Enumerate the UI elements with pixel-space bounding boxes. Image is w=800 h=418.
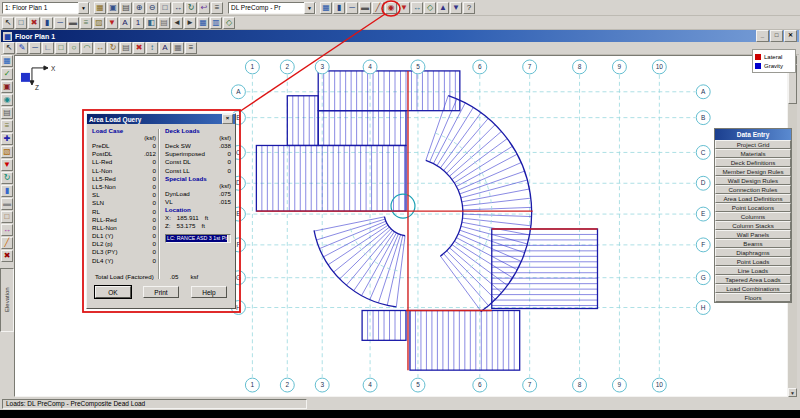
help-icon[interactable]: ? xyxy=(463,2,475,14)
zoom-window-icon[interactable]: □ xyxy=(159,2,171,14)
next-view-icon[interactable]: ► xyxy=(184,17,196,29)
chevron-down-icon[interactable]: ▼ xyxy=(304,2,315,14)
fence-icon[interactable]: □ xyxy=(15,17,27,29)
dialog-close-icon[interactable]: × xyxy=(222,114,233,124)
dialog-title-bar[interactable]: Area Load Query × xyxy=(87,114,235,124)
print-icon[interactable]: ▤ xyxy=(120,2,132,14)
story-up-icon[interactable]: ▲ xyxy=(437,2,449,14)
show-columns-icon[interactable]: ▮ xyxy=(41,17,53,29)
concrete-icon[interactable]: ▬ xyxy=(1,198,13,210)
move-icon[interactable]: ↔ xyxy=(94,42,106,54)
pointer-icon[interactable]: ↖ xyxy=(3,42,15,54)
data-entry-member-design-rules[interactable]: Member Design Rules xyxy=(715,167,791,176)
plan-view-icon[interactable]: ▦ xyxy=(197,17,209,29)
query-area-load-icon[interactable]: ◉ xyxy=(385,2,397,14)
labels-icon[interactable]: A xyxy=(119,17,131,29)
exit-icon[interactable]: ✖ xyxy=(1,250,13,262)
data-entry-area-load-definitions[interactable]: Area Load Definitions xyxy=(715,194,791,203)
data-entry-deck-definitions[interactable]: Deck Definitions xyxy=(715,158,791,167)
zoom-in-icon[interactable]: ⊕ xyxy=(133,2,145,14)
layout-icon[interactable]: ▧ xyxy=(1,146,13,158)
undo-icon[interactable]: ↩ xyxy=(198,2,210,14)
show-deck-icon[interactable]: ▨ xyxy=(93,17,105,29)
data-entry-diaphragms[interactable]: Diaphragms xyxy=(715,248,791,257)
data-entry-line-loads[interactable]: Line Loads xyxy=(715,266,791,275)
show-joists-icon[interactable]: ≡ xyxy=(80,17,92,29)
data-entry-point-loads[interactable]: Point Loads xyxy=(715,257,791,266)
clear-selection-icon[interactable]: ✖ xyxy=(28,17,40,29)
data-entry-load-combinations[interactable]: Load Combinations xyxy=(715,284,791,293)
show-beams-icon[interactable]: ─ xyxy=(54,17,66,29)
load-case-selector-combo[interactable]: DL PreComp - Pr ▼ xyxy=(228,2,316,14)
data-entry-project-grid[interactable]: Project Grid xyxy=(715,140,791,149)
minimize-button[interactable]: _ xyxy=(756,30,769,42)
circle-icon[interactable]: ○ xyxy=(68,42,80,54)
view-icon[interactable]: ◉ xyxy=(1,94,13,106)
process-icon[interactable]: ↻ xyxy=(1,172,13,184)
elevation-view-icon[interactable]: ▥ xyxy=(210,17,222,29)
chevron-down-icon[interactable]: ▼ xyxy=(78,2,89,14)
colors-icon[interactable]: ◧ xyxy=(145,17,157,29)
model-icon[interactable]: ▦ xyxy=(1,55,13,67)
polyline-icon[interactable]: ∟ xyxy=(42,42,54,54)
data-entry-wall-panels[interactable]: Wall Panels xyxy=(715,230,791,239)
view-selector-combo[interactable]: 1: Floor Plan 1 ▼ xyxy=(2,2,90,14)
rectangle-icon[interactable]: □ xyxy=(55,42,67,54)
wall-icon[interactable]: ▬ xyxy=(359,2,371,14)
ok-button[interactable]: OK xyxy=(95,286,131,298)
story-down-icon[interactable]: ▼ xyxy=(450,2,462,14)
print-button[interactable]: Print xyxy=(143,286,179,298)
zoom-out-icon[interactable]: ⊖ xyxy=(146,2,158,14)
save-icon[interactable]: ▣ xyxy=(107,2,119,14)
open-icon[interactable]: ▦ xyxy=(94,2,106,14)
pencil-icon[interactable]: ✎ xyxy=(16,42,28,54)
data-entry-wall-design-rules[interactable]: Wall Design Rules xyxy=(715,176,791,185)
help-button[interactable]: Help xyxy=(191,286,227,298)
layers-icon[interactable]: ▤ xyxy=(158,17,170,29)
data-entry-materials[interactable]: Materials xyxy=(715,149,791,158)
load-combination-combo[interactable]: LC: RANCE ASD 3 1st Pt ▼ xyxy=(165,234,231,243)
data-entry-columns[interactable]: Columns xyxy=(715,212,791,221)
arc-icon[interactable]: ◠ xyxy=(81,42,93,54)
show-loads-icon[interactable]: ▼ xyxy=(106,17,118,29)
select-icon[interactable]: ↖ xyxy=(2,17,14,29)
steel-icon[interactable]: ▮ xyxy=(1,185,13,197)
drift-icon[interactable]: ↔ xyxy=(1,224,13,236)
previous-view-icon[interactable]: ◄ xyxy=(171,17,183,29)
column-icon[interactable]: ▮ xyxy=(333,2,345,14)
criteria-icon[interactable]: ≡ xyxy=(1,120,13,132)
perspective-view-icon[interactable]: ◇ xyxy=(223,17,235,29)
isometric-icon[interactable]: ◇ xyxy=(424,2,436,14)
text-icon[interactable]: A xyxy=(159,42,171,54)
redraw-icon[interactable]: ↻ xyxy=(185,2,197,14)
grid-icon[interactable]: ▦ xyxy=(320,2,332,14)
dimension-icon[interactable]: ↔ xyxy=(411,2,423,14)
brace-icon[interactable]: ╱ xyxy=(372,2,384,14)
design-icon[interactable]: ▣ xyxy=(1,81,13,93)
maximize-button[interactable]: □ xyxy=(770,30,783,42)
data-entry-point-locations[interactable]: Point Locations xyxy=(715,203,791,212)
load-icon[interactable]: ▼ xyxy=(398,2,410,14)
copy-icon[interactable]: ▤ xyxy=(120,42,132,54)
scroll-down-icon[interactable]: ▼ xyxy=(788,388,797,397)
snap-icon[interactable]: ▦ xyxy=(172,42,184,54)
close-button[interactable]: ✕ xyxy=(784,30,797,42)
datacheck-icon[interactable]: ✓ xyxy=(1,68,13,80)
line-icon[interactable]: ─ xyxy=(29,42,41,54)
data-entry-connection-rules[interactable]: Connection Rules xyxy=(715,185,791,194)
frame-icon[interactable]: ╱ xyxy=(1,237,13,249)
elevation-tab[interactable]: Elevation xyxy=(0,268,14,332)
properties-icon[interactable]: ≡ xyxy=(185,42,197,54)
measure-icon[interactable]: ↕ xyxy=(146,42,158,54)
chevron-down-icon[interactable]: ▼ xyxy=(227,234,231,243)
assign-icon[interactable]: ✚ xyxy=(1,133,13,145)
numbers-icon[interactable]: 1 xyxy=(132,17,144,29)
options-icon[interactable]: ≡ xyxy=(211,2,223,14)
report-icon[interactable]: ▤ xyxy=(1,107,13,119)
show-walls-icon[interactable]: ▬ xyxy=(67,17,79,29)
beam-icon[interactable]: ─ xyxy=(346,2,358,14)
loads-icon[interactable]: ▼ xyxy=(1,159,13,171)
pan-icon[interactable]: ↔ xyxy=(172,2,184,14)
mdi-title-bar[interactable]: ▦ Floor Plan 1 _ □ ✕ xyxy=(1,30,799,42)
rotate-icon[interactable]: ↻ xyxy=(107,42,119,54)
